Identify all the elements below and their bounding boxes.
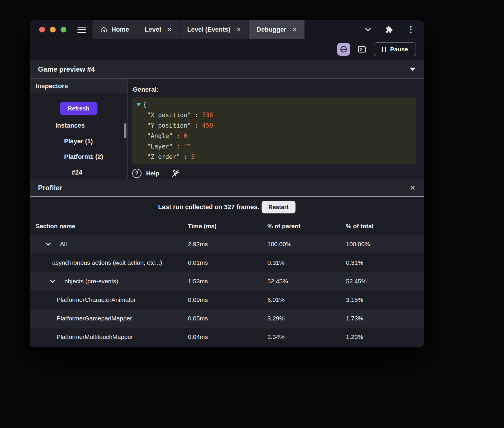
extensions-puzzle-icon[interactable] [385, 26, 393, 33]
profiler-status-row: Last run collected on 327 frames. Restar… [30, 197, 424, 217]
table-row[interactable]: PlatformerMultitouchMapper 0.04ms 2.34% … [30, 328, 424, 346]
chevron-down-icon[interactable] [365, 26, 371, 33]
inspectors-panel: Inspectors Refresh Instances Player (1) … [30, 79, 128, 179]
inspectors-body: Refresh Instances Player (1) Platform1 (… [30, 93, 127, 180]
property-key: Angle [147, 133, 173, 139]
property-key: Z order [147, 153, 180, 160]
open-brace: { [143, 99, 147, 110]
help-label[interactable]: Help [146, 170, 159, 177]
tab-debugger[interactable]: Debugger ✕ [249, 20, 305, 39]
console-button[interactable] [356, 43, 368, 55]
property-separator: : [191, 112, 202, 119]
collapse-triangle-icon[interactable] [136, 103, 141, 107]
pause-button[interactable]: Pause [374, 42, 416, 56]
profiler-panel: Last run collected on 327 frames. Restar… [30, 197, 424, 347]
circle-minus-button[interactable] [337, 43, 350, 56]
close-icon[interactable]: ✕ [292, 26, 297, 33]
percent-parent-cell: 2.34% [267, 333, 346, 340]
percent-total-cell: 1.23% [346, 333, 424, 340]
tree-item-instances[interactable]: Instances [30, 118, 127, 133]
time-cell: 2.92ms [188, 241, 267, 248]
minimize-window-button[interactable] [50, 27, 56, 32]
chevron-down-icon[interactable] [45, 241, 51, 247]
property-separator: : [191, 122, 202, 129]
percent-parent-cell: 3.29% [267, 315, 346, 322]
tab-level-events[interactable]: Level (Events) ✕ [180, 20, 249, 39]
tree-item-platform1[interactable]: Platform1 (2) [30, 149, 127, 165]
cursor-disabled-icon[interactable] [171, 169, 180, 178]
general-panel: General: { X position : 738 Y position :… [128, 79, 424, 179]
home-icon [100, 26, 108, 33]
close-window-button[interactable] [39, 27, 45, 32]
section-name: PlatformerGamepadMapper [57, 315, 132, 322]
property-value: "" [184, 143, 191, 150]
zoom-window-button[interactable] [61, 27, 66, 32]
tree-item-24[interactable]: #24 [30, 165, 127, 180]
table-row[interactable]: objects (pre-events) 1.53ms 52.45% 52.45… [30, 272, 424, 291]
table-row[interactable]: All 2.92ms 100.00% 100.00% [30, 235, 424, 253]
traffic-lights [30, 20, 66, 39]
property-row: Angle : 0 [136, 131, 412, 141]
profiler-header: Profiler ✕ [30, 179, 424, 197]
percent-total-cell: 0.31% [346, 259, 424, 266]
tree-item-player[interactable]: Player (1) [30, 133, 127, 149]
time-cell: 0.09ms [188, 296, 267, 303]
percent-parent-cell: 6.01% [267, 296, 346, 303]
percent-total-cell: 3.15% [346, 296, 424, 303]
inspector-split: Inspectors Refresh Instances Player (1) … [30, 79, 424, 179]
properties-json-view: { X position : 738 Y position : 459 Angl… [132, 97, 416, 164]
titlebar: Home Level ✕ Level (Events) ✕ Debugger ✕ [30, 20, 424, 39]
table-row[interactable]: PlatformerGamepadMapper 0.05ms 3.29% 1.7… [30, 309, 424, 328]
percent-total-cell: 100.00% [346, 241, 424, 248]
time-cell: 0.04ms [188, 333, 267, 340]
property-value: 738 [202, 112, 213, 119]
close-icon[interactable]: ✕ [237, 26, 241, 33]
general-footer: ? Help [132, 169, 416, 178]
percent-parent-cell: 52.45% [267, 278, 346, 285]
section-name: PlatformerCharacterAnimator [57, 296, 136, 303]
profiler-title: Profiler [38, 184, 62, 192]
close-icon[interactable]: ✕ [167, 26, 171, 33]
tab-level[interactable]: Level ✕ [137, 20, 180, 39]
percent-parent-cell: 100.00% [267, 241, 346, 248]
section-name: asynchronous actions (wait action, etc..… [52, 259, 162, 266]
property-value: 3 [191, 153, 195, 160]
profiler-table-header: Section name Time (ms) % of parent % of … [30, 217, 424, 235]
section-name: objects (pre-events) [64, 278, 118, 285]
percent-total-cell: 1.73% [346, 315, 424, 322]
caret-down-icon[interactable] [410, 68, 416, 71]
general-title: General: [133, 86, 416, 93]
table-row[interactable]: PlatformerCharacterAnimator 0.09ms 6.01%… [30, 291, 424, 309]
property-row: Y position : 459 [136, 120, 412, 131]
percent-total-cell: 52.45% [346, 278, 424, 285]
profiler-status-text: Last run collected on 327 frames. [158, 203, 259, 211]
chevron-down-icon[interactable] [49, 278, 56, 284]
debugger-window: Home Level ✕ Level (Events) ✕ Debugger ✕ [30, 20, 424, 347]
property-key: Layer [147, 143, 173, 150]
table-row[interactable]: asynchronous actions (wait action, etc..… [30, 253, 424, 272]
close-icon[interactable]: ✕ [410, 184, 416, 192]
circle-minus-icon [340, 45, 348, 53]
scrollbar-thumb[interactable] [124, 123, 126, 138]
help-icon[interactable]: ? [132, 169, 142, 178]
percent-parent-cell: 0.31% [267, 259, 346, 266]
tab-label: Debugger [257, 26, 287, 33]
game-preview-header[interactable]: Game preview #4 [30, 60, 424, 79]
restart-button[interactable]: Restart [262, 201, 295, 213]
column-header: % of parent [267, 223, 346, 230]
section-name: All [60, 241, 67, 248]
kebab-menu-icon[interactable]: ⋮ [407, 26, 415, 34]
instances-tree: Instances Player (1) Platform1 (2) #24 [30, 118, 127, 180]
tab-home[interactable]: Home [93, 20, 137, 39]
inspectors-header: Inspectors [30, 79, 127, 93]
tab-bar: Home Level ✕ Level (Events) ✕ Debugger ✕ [93, 20, 305, 39]
column-header: Section name [30, 223, 188, 230]
time-cell: 1.53ms [188, 278, 267, 285]
tab-label: Level [145, 26, 161, 33]
property-separator: : [173, 143, 184, 150]
section-name: PlatformerMultitouchMapper [57, 333, 133, 340]
refresh-button[interactable]: Refresh [60, 102, 97, 115]
json-root-line: { [136, 99, 412, 110]
menu-icon[interactable] [77, 20, 86, 39]
debugger-toolbar: Pause [30, 39, 424, 60]
